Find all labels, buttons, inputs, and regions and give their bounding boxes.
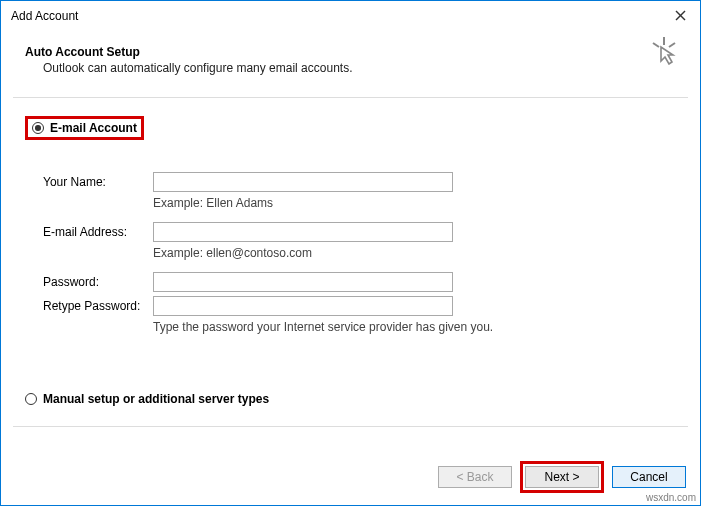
- close-icon: [675, 8, 686, 24]
- row-your-name: Your Name:: [43, 172, 676, 192]
- hint-your-name: Example: Ellen Adams: [153, 196, 676, 210]
- header-subtitle: Outlook can automatically configure many…: [25, 61, 676, 75]
- label-retype-password: Retype Password:: [43, 299, 153, 313]
- row-retype-password: Retype Password:: [43, 296, 676, 316]
- titlebar: Add Account: [1, 1, 700, 31]
- svg-line-3: [653, 43, 659, 47]
- body-area: E-mail Account Your Name: Example: Ellen…: [1, 98, 700, 406]
- wizard-cursor-icon: [650, 37, 678, 68]
- cancel-button[interactable]: Cancel: [612, 466, 686, 488]
- radio-email-account[interactable]: E-mail Account: [25, 116, 144, 140]
- hint-password: Type the password your Internet service …: [153, 320, 676, 334]
- radio-manual-setup-label: Manual setup or additional server types: [43, 392, 269, 406]
- header-title: Auto Account Setup: [25, 45, 676, 59]
- next-button[interactable]: Next >: [525, 466, 599, 488]
- back-button: < Back: [438, 466, 512, 488]
- radio-manual-setup[interactable]: Manual setup or additional server types: [25, 392, 676, 406]
- input-email-address[interactable]: [153, 222, 453, 242]
- hint-email-address: Example: ellen@contoso.com: [153, 246, 676, 260]
- footer-buttons: < Back Next > Cancel: [438, 461, 686, 493]
- footer-divider: [13, 426, 688, 427]
- close-button[interactable]: [660, 1, 700, 31]
- label-password: Password:: [43, 275, 153, 289]
- add-account-window: Add Account Auto Account Setup Outlook c…: [0, 0, 701, 506]
- input-your-name[interactable]: [153, 172, 453, 192]
- window-title: Add Account: [11, 9, 660, 23]
- header-area: Auto Account Setup Outlook can automatic…: [1, 31, 700, 87]
- input-password[interactable]: [153, 272, 453, 292]
- label-email-address: E-mail Address:: [43, 225, 153, 239]
- source-watermark: wsxdn.com: [646, 492, 696, 503]
- svg-line-4: [669, 43, 675, 47]
- radio-icon: [32, 122, 44, 134]
- row-password: Password:: [43, 272, 676, 292]
- row-email-address: E-mail Address:: [43, 222, 676, 242]
- input-retype-password[interactable]: [153, 296, 453, 316]
- radio-email-account-label: E-mail Account: [50, 121, 137, 135]
- label-your-name: Your Name:: [43, 175, 153, 189]
- form-grid: Your Name: Example: Ellen Adams E-mail A…: [43, 172, 676, 334]
- radio-icon: [25, 393, 37, 405]
- next-button-highlight: Next >: [520, 461, 604, 493]
